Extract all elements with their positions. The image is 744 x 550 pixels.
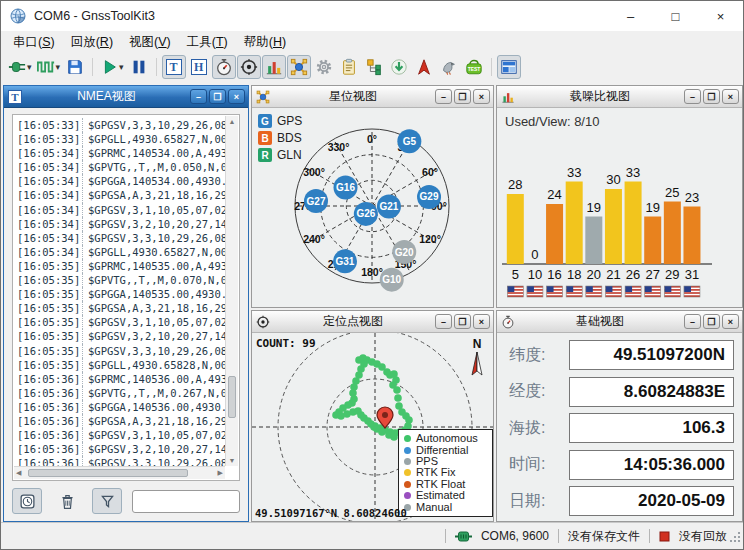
nmea-line[interactable]: [16:05:35]$GPGGA,140535.00,4930.658: [17, 287, 225, 301]
nmea-sentence: $GPGSV,3,2,10,20,27,146,19: [82, 442, 225, 456]
nmea-panel-minimize-button[interactable]: –: [190, 89, 207, 104]
nmea-line[interactable]: [16:05:35]$GPGLL,4930.65828,N,00836: [17, 358, 225, 372]
nmea-panel-titlebar[interactable]: T NMEA视图 –❐×: [4, 86, 248, 108]
svg-text:29: 29: [665, 267, 679, 282]
menu-item-s[interactable]: 串口(S): [5, 32, 63, 53]
nmea-line[interactable]: [16:05:35]$GPRMC,140535.00,A,4930.6: [17, 259, 225, 273]
nmea-line[interactable]: [16:05:36]$GPGSV,3,1,10,05,07,028,28: [17, 428, 225, 442]
nmea-line[interactable]: [16:05:34]$GPGGA,140534.00,4930.658: [17, 174, 225, 188]
nmea-line[interactable]: [16:05:34]$GPGSV,3,1,10,05,07,028,30: [17, 203, 225, 217]
nmea-sentence: $GPGSV,3,1,10,05,07,028,28: [82, 428, 225, 442]
toolbar-test-box-button[interactable]: TEST: [462, 55, 486, 79]
toolbar-target-button[interactable]: [237, 55, 261, 79]
toolbar-barchart-button[interactable]: [262, 55, 286, 79]
toolbar-stopwatch-button[interactable]: [212, 55, 236, 79]
toolbar-square-wave-button[interactable]: ▾: [35, 55, 63, 79]
cn0-panel-titlebar[interactable]: 载噪比视图 –❐×: [497, 86, 742, 108]
nmea-line[interactable]: [16:05:35]$GPVTG,,T,,M,0.070,N,0.129: [17, 273, 225, 287]
position-panel-close-button[interactable]: ×: [473, 314, 490, 329]
toolbar-bird-button[interactable]: [437, 55, 461, 79]
cn0-panel-minimize-button[interactable]: –: [684, 89, 701, 104]
menu-item-t[interactable]: 工具(T): [179, 32, 236, 53]
toolbar-letter-H-button[interactable]: H: [187, 55, 211, 79]
window-maximize-button[interactable]: □: [653, 1, 698, 31]
cn0-panel-maximize-button[interactable]: ❐: [703, 89, 720, 104]
toolbar-layout-table-button[interactable]: [497, 55, 521, 79]
timestamp-toggle-button[interactable]: [12, 488, 42, 514]
nmea-line[interactable]: [16:05:36]$GPGSV,3,3,10,29,26,081,25: [17, 456, 225, 466]
filter-input[interactable]: [132, 490, 240, 513]
nmea-line[interactable]: [16:05:33]$GPGSV,3,3,10,29,26,081,32: [17, 118, 225, 132]
toolbar-tree-button[interactable]: [362, 55, 386, 79]
resize-grip[interactable]: [729, 529, 741, 547]
basic-panel-minimize-button[interactable]: –: [684, 314, 701, 329]
menu-item-v[interactable]: 视图(V): [121, 32, 179, 53]
position-panel-titlebar[interactable]: 定位点视图 –❐×: [252, 311, 493, 333]
scroll-left-icon[interactable]: ◀: [16, 469, 21, 477]
scroll-down-icon[interactable]: ▼: [229, 457, 236, 464]
clear-log-button[interactable]: [52, 488, 82, 514]
nmea-line[interactable]: [16:05:34]$GPGSV,3,3,10,29,26,081,32: [17, 231, 225, 245]
menu-item-h[interactable]: 帮助(H): [236, 32, 294, 53]
skyplot-panel-close-button[interactable]: ×: [473, 89, 490, 104]
nmea-panel-maximize-button[interactable]: ❐: [209, 89, 226, 104]
toolbar-save-button[interactable]: [63, 55, 87, 79]
basic-panel-close-button[interactable]: ×: [722, 314, 739, 329]
chevron-down-icon[interactable]: ▾: [56, 62, 61, 72]
skyplot-panel-minimize-button[interactable]: –: [435, 89, 452, 104]
nmea-line[interactable]: [16:05:34]$GPVTG,,T,,M,0.050,N,0.092: [17, 160, 225, 174]
filter-button[interactable]: [92, 488, 122, 514]
toolbar-satellite-button[interactable]: [287, 55, 311, 79]
window-close-button[interactable]: ×: [698, 1, 743, 31]
chevron-down-icon[interactable]: ▾: [27, 62, 32, 72]
nmea-line[interactable]: [16:05:36]$GPVTG,,T,,M,0.267,N,0.495: [17, 386, 225, 400]
horizontal-scroll-thumb[interactable]: [28, 469, 188, 477]
replay-status-icon: [659, 531, 670, 542]
skyplot-panel-maximize-button[interactable]: ❐: [454, 89, 471, 104]
cn0-panel-close-button[interactable]: ×: [722, 89, 739, 104]
nmea-sentence: $GPGSV,3,3,10,29,26,081,25: [82, 456, 225, 466]
scroll-right-icon[interactable]: ▶: [218, 469, 223, 477]
nmea-sentence: $GPVTG,,T,,M,0.050,N,0.092: [82, 160, 225, 174]
nmea-line[interactable]: [16:05:36]$GPRMC,140536.00,A,4930.6: [17, 372, 225, 386]
toolbar-serial-plug-button[interactable]: ▾: [6, 55, 34, 79]
replay-status-label: 没有回放: [679, 528, 727, 545]
position-panel-maximize-button[interactable]: ❐: [454, 314, 471, 329]
basic-panel-titlebar[interactable]: 基础视图 –❐×: [497, 311, 742, 333]
nmea-line[interactable]: [16:05:34]$GPGSV,3,2,10,20,27,146,20: [17, 217, 225, 231]
nmea-line[interactable]: [16:05:34]$GPGLL,4930.65827,N,00836: [17, 245, 225, 259]
nmea-line[interactable]: [16:05:34]$GPGSA,A,3,21,18,16,29,27,: [17, 188, 225, 202]
cn0-bar-prn-5: [507, 194, 524, 264]
nmea-line[interactable]: [16:05:35]$GPGSV,3,3,10,29,26,081,32: [17, 344, 225, 358]
nmea-line[interactable]: [16:05:35]$GPGSA,A,3,21,18,16,29,27,: [17, 301, 225, 315]
toolbar-letter-T-button[interactable]: T: [162, 55, 186, 79]
nmea-panel-close-button[interactable]: ×: [228, 89, 245, 104]
chevron-down-icon[interactable]: ▾: [119, 62, 124, 72]
scroll-up-icon[interactable]: ▲: [229, 118, 236, 125]
window-minimize-button[interactable]: –: [608, 1, 653, 31]
basic-panel-maximize-button[interactable]: ❐: [703, 314, 720, 329]
nmea-line[interactable]: [16:05:33]$GPGLL,4930.65827,N,00836.: [17, 132, 225, 146]
nmea-log[interactable]: [16:05:33]$GPGSV,3,3,10,29,26,081,32[16:…: [12, 114, 240, 481]
vertical-scroll-thumb[interactable]: [228, 376, 236, 418]
toolbar-compass-arrow-button[interactable]: [412, 55, 436, 79]
menu-item-r[interactable]: 回放(R): [63, 32, 121, 53]
toolbar-clipboard-button[interactable]: [337, 55, 361, 79]
horizontal-scrollbar[interactable]: ◀ ▶: [14, 466, 225, 479]
toolbar-play-button[interactable]: ▾: [98, 55, 126, 79]
toolbar-pause-button[interactable]: [127, 55, 151, 79]
nmea-timestamp: [16:05:35]: [17, 315, 80, 329]
nmea-line[interactable]: [16:05:34]$GPRMC,140534.00,A,4930.6: [17, 146, 225, 160]
toolbar-download-button[interactable]: [387, 55, 411, 79]
nmea-line[interactable]: [16:05:36]$GPGSV,3,2,10,20,27,146,19: [17, 442, 225, 456]
nmea-line[interactable]: [16:05:36]$GPGGA,140536.00,4930.658: [17, 400, 225, 414]
nmea-line[interactable]: [16:05:35]$GPGSV,3,2,10,20,27,146,20: [17, 329, 225, 343]
position-panel-minimize-button[interactable]: –: [435, 314, 452, 329]
svg-text:120°: 120°: [419, 233, 441, 245]
toolbar-gear-button[interactable]: [312, 55, 336, 79]
fix-legend-item: Estimated: [404, 490, 487, 501]
nmea-line[interactable]: [16:05:36]$GPGSA,A,3,21,18,16,29,27,: [17, 414, 225, 428]
skyplot-panel-titlebar[interactable]: 星位视图 –❐×: [252, 86, 493, 108]
vertical-scrollbar[interactable]: ▲ ▼: [225, 116, 238, 466]
nmea-line[interactable]: [16:05:35]$GPGSV,3,1,10,05,07,028,29: [17, 315, 225, 329]
